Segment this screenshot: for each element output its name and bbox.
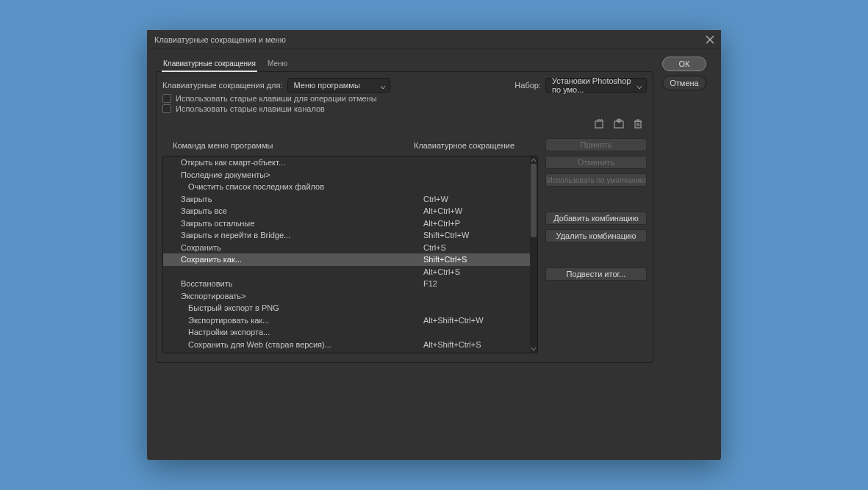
cancel-button[interactable]: Отмена <box>662 76 706 90</box>
command-cell: Настройки экспорта... <box>188 328 423 336</box>
table-row[interactable]: Настройки экспорта... <box>163 326 530 339</box>
scroll-thumb[interactable] <box>531 164 537 237</box>
dropdown-value: Установки Photoshop по умо... <box>552 76 633 94</box>
table-row[interactable]: Очистить список последних файлов <box>163 181 530 193</box>
scroll-down-icon[interactable] <box>530 345 537 353</box>
command-cell: Закрыть все <box>181 206 423 215</box>
legacy-channels-checkbox[interactable] <box>162 104 171 113</box>
tab-shortcuts[interactable]: Клавиатурные сокращения <box>162 57 257 72</box>
command-cell: Закрыть <box>181 195 423 203</box>
tabs: Клавиатурные сокращения Меню <box>162 57 653 72</box>
legacy-undo-label: Использовать старые клавиши для операции… <box>176 94 377 103</box>
ok-button[interactable]: ОК <box>662 57 706 71</box>
undo-button[interactable]: Отменить <box>545 156 647 169</box>
shortcut-cell: Alt+Ctrl+W <box>423 206 530 215</box>
table-row[interactable]: Сохранить для Web (старая версия)...Alt+… <box>163 339 530 351</box>
delete-set-icon[interactable] <box>632 118 644 129</box>
command-cell: Экспортировать как... <box>188 316 423 325</box>
legacy-channels-label: Использовать старые клавиши каналов <box>176 104 325 113</box>
table-row[interactable]: Экспортировать как...Alt+Shift+Ctrl+W <box>163 314 530 327</box>
command-cell: Сохранить <box>181 243 423 252</box>
table-header: Команда меню программы Клавиатурное сокр… <box>162 138 538 156</box>
command-cell: Последние документы> <box>181 170 423 179</box>
use-default-button[interactable]: Использовать по умолчанию <box>545 173 647 187</box>
table-row[interactable]: Сохранить как...Shift+Ctrl+S <box>163 253 530 266</box>
save-set-icon[interactable] <box>613 118 625 129</box>
accept-button[interactable]: Принять <box>545 138 647 151</box>
command-cell: Быстрый экспорт в PNG <box>188 303 423 312</box>
shortcut-cell: Alt+Ctrl+P <box>423 219 530 228</box>
shortcut-cell: Alt+Ctrl+S <box>423 267 530 276</box>
table-row[interactable]: Закрыть остальныеAlt+Ctrl+P <box>163 217 530 230</box>
set-label: Набор: <box>514 81 541 90</box>
shortcut-cell: Ctrl+S <box>423 243 530 252</box>
dialog-title: Клавиатурные сокращения и меню <box>154 35 286 44</box>
new-set-icon[interactable] <box>594 118 606 129</box>
scroll-up-icon[interactable] <box>530 156 537 164</box>
column-command: Команда меню программы <box>173 141 414 150</box>
table-row[interactable]: ЗакрытьCtrl+W <box>163 193 530 206</box>
command-cell: Восстановить <box>181 279 423 288</box>
svg-rect-4 <box>635 121 641 128</box>
table-row[interactable]: Закрыть и перейти в Bridge...Shift+Ctrl+… <box>163 229 530 242</box>
command-cell: Очистить список последних файлов <box>188 182 423 191</box>
options-panel: Клавиатурные сокращения для: Меню програ… <box>156 71 653 363</box>
shortcut-cell: Alt+Shift+Ctrl+S <box>423 340 530 349</box>
table-row[interactable]: СохранитьCtrl+S <box>163 242 530 254</box>
summarize-button[interactable]: Подвести итог... <box>545 267 647 281</box>
shortcut-cell: Alt+Shift+Ctrl+W <box>423 316 530 325</box>
table-row[interactable]: Быстрый экспорт в PNG <box>163 302 530 314</box>
shortcuts-list: Открыть как смарт-объект...Последние док… <box>162 156 538 353</box>
chevron-down-icon <box>636 83 642 92</box>
shortcut-cell: F12 <box>423 279 530 288</box>
delete-shortcut-button[interactable]: Удалить комбинацию <box>545 229 647 242</box>
table-row[interactable]: Открыть как смарт-объект... <box>163 156 530 169</box>
table-row[interactable]: ВосстановитьF12 <box>163 278 530 290</box>
table-row[interactable]: Последние документы> <box>163 169 530 181</box>
command-cell: Экспортировать> <box>181 292 423 300</box>
command-cell: Закрыть остальные <box>181 219 423 228</box>
shortcuts-for-dropdown[interactable]: Меню программы <box>287 78 390 93</box>
svg-rect-2 <box>595 121 603 128</box>
close-icon[interactable] <box>705 35 715 45</box>
table-row[interactable]: Alt+Ctrl+S <box>163 266 530 278</box>
command-cell: Сохранить как... <box>181 255 423 264</box>
command-cell: Сохранить для Web (старая версия)... <box>188 340 423 349</box>
legacy-undo-checkbox[interactable] <box>162 94 171 103</box>
shortcut-cell: Shift+Ctrl+W <box>423 231 530 239</box>
scrollbar[interactable] <box>530 156 537 353</box>
set-dropdown[interactable]: Установки Photoshop по умо... <box>545 78 647 93</box>
add-shortcut-button[interactable]: Добавить комбинацию <box>545 212 647 225</box>
table-row[interactable]: Закрыть всеAlt+Ctrl+W <box>163 205 530 217</box>
chevron-down-icon <box>380 83 386 92</box>
column-shortcut: Клавиатурное сокращение <box>414 141 528 150</box>
command-cell: Закрыть и перейти в Bridge... <box>181 231 423 239</box>
shortcut-cell: Ctrl+W <box>423 195 530 203</box>
table-row[interactable]: Экспортировать> <box>163 290 530 303</box>
dropdown-value: Меню программы <box>294 81 360 90</box>
keyboard-shortcuts-dialog: Клавиатурные сокращения и меню Клавиатур… <box>147 30 721 460</box>
command-cell: Открыть как смарт-объект... <box>181 158 423 167</box>
titlebar: Клавиатурные сокращения и меню <box>147 30 721 49</box>
shortcut-cell: Shift+Ctrl+S <box>423 255 530 264</box>
tab-menus[interactable]: Меню <box>266 57 289 72</box>
shortcuts-for-label: Клавиатурные сокращения для: <box>162 81 283 90</box>
